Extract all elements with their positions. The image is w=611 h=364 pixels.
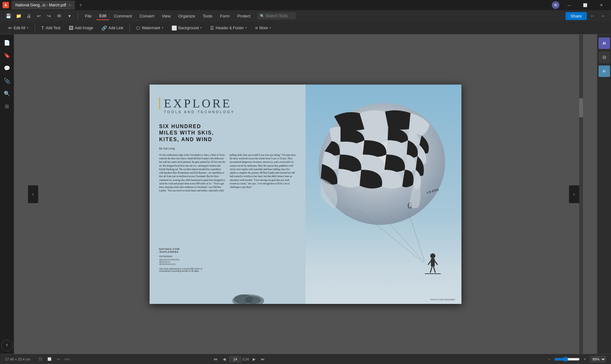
menu-organize[interactable]: Organize	[175, 12, 198, 20]
undo-icon[interactable]: ↩	[34, 11, 43, 20]
edit-toolbar: ✏ Edit All ▾ T Add Text 🖼 Add Image 🔗 Ad…	[0, 22, 611, 34]
watermark-button[interactable]: ⬡ Watermark ▾	[133, 24, 166, 32]
page-left-content: EXPLORE TOOLS AND TECHNOLOGY SIX HUNDRED…	[150, 85, 306, 304]
open-icon[interactable]: 📁	[14, 11, 23, 20]
right-sidebar: AI ⚙ AI	[597, 34, 611, 354]
forward-icon[interactable]: →	[598, 11, 607, 20]
menu-home[interactable]: File	[82, 12, 95, 20]
page-dimensions: 17.46 × 25.4 cm	[5, 357, 30, 361]
background-label: Background	[179, 26, 199, 30]
svg-rect-9	[431, 258, 435, 266]
bottom-bar: 17.46 × 25.4 cm ⬛ ⬜ ▭ ▭▭ ⏮ ◀ 14 /134 ▶ ⏭…	[0, 354, 611, 364]
edit-all-label: Edit All	[14, 26, 25, 30]
article-body-container: On the southeastern edge of the Greenlan…	[159, 153, 296, 193]
add-image-button[interactable]: 🖼 Add Image	[66, 24, 96, 32]
instagram-label: INSTAGRAM	[159, 255, 213, 258]
menu-view[interactable]: View	[158, 12, 174, 20]
sidebar-comments-icon[interactable]: 💬	[1, 62, 13, 74]
menu-form[interactable]: Form	[217, 12, 233, 20]
doc-scrollbar[interactable]	[579, 34, 583, 354]
properties-panel-button[interactable]: ⚙	[599, 52, 610, 63]
tab-bar: National Geog...ic - March.pdf ✕ +	[11, 1, 549, 10]
zoom-select[interactable]: 89% 100% 75% 50% 125% 150%	[590, 356, 606, 362]
tab-close-button[interactable]: ✕	[68, 3, 71, 7]
new-tab-button[interactable]: +	[76, 1, 85, 10]
sidebar-pages-icon[interactable]: 📄	[1, 37, 13, 48]
sidebar-layers-icon[interactable]: ⊞	[1, 100, 13, 112]
sidebar-search-icon[interactable]: 🔍	[1, 88, 13, 99]
sidebar-attachments-icon[interactable]: 📎	[1, 75, 13, 86]
more-label: More	[259, 26, 268, 30]
ai-assistant-button[interactable]: AI	[599, 38, 610, 49]
more-button[interactable]: ≡ More ▾	[252, 24, 274, 32]
save-icon[interactable]: 💾	[4, 11, 13, 20]
last-page-button[interactable]: ⏭	[259, 355, 267, 363]
sidebar-help-icon[interactable]: ?	[1, 340, 13, 351]
email-icon[interactable]: ✉	[55, 11, 64, 20]
tools-search-box[interactable]: 🔍 Search Tools	[257, 12, 296, 19]
search-placeholder: Search Tools	[266, 14, 288, 18]
svg-line-13	[433, 266, 435, 273]
header-footer-button[interactable]: ☰ Header & Footer ▾	[207, 24, 250, 32]
add-link-label: Add Link	[109, 26, 123, 30]
zoom-slider[interactable]	[554, 357, 580, 362]
dropdown-icon[interactable]: ▾	[65, 11, 74, 20]
doc-scroll-thumb[interactable]	[579, 98, 583, 117]
fit-width-button[interactable]: ⬜	[46, 355, 53, 363]
article-body: On the southeastern edge of the Greenlan…	[159, 153, 296, 193]
menu-bar: 💾 📁 🖨 ↩ ↪ ✉ ▾ File Edit Comment Convert …	[0, 10, 611, 22]
edit-icon: ✏	[8, 25, 12, 31]
menu-edit[interactable]: Edit	[96, 12, 109, 20]
fit-page-button[interactable]: ⬛	[37, 355, 44, 363]
print-icon[interactable]: 🖨	[24, 11, 33, 20]
svg-line-6	[382, 215, 424, 262]
skier-figure	[423, 252, 442, 278]
page-number-input[interactable]: 14	[229, 356, 241, 362]
title-bar: A National Geog...ic - March.pdf ✕ + W —…	[0, 0, 611, 10]
minimize-button[interactable]: —	[562, 0, 577, 10]
redo-icon[interactable]: ↪	[45, 11, 53, 20]
close-button[interactable]: ✕	[594, 0, 608, 10]
add-image-label: Add Image	[75, 26, 93, 30]
active-tab[interactable]: National Geog...ic - March.pdf ✕	[11, 1, 75, 10]
restore-button[interactable]: ⬜	[578, 0, 593, 10]
zoom-in-button[interactable]: +	[581, 355, 589, 363]
edit-all-button[interactable]: ✏ Edit All ▾	[5, 24, 32, 32]
header-footer-label: Header & Footer	[216, 26, 244, 30]
main-layout: 📄 🔖 💬 📎 🔍 ⊞ ? ‹ EXPLORE TOOLS AND TECHNO…	[0, 34, 611, 354]
kite-image: 6	[309, 91, 452, 275]
image-icon: 🖼	[69, 25, 73, 31]
single-page-button[interactable]: ▭	[54, 355, 62, 363]
menu-convert[interactable]: Convert	[137, 12, 158, 20]
header-footer-arrow: ▾	[245, 26, 247, 29]
sidebar-bookmarks-icon[interactable]: 🔖	[1, 50, 13, 61]
natgeo-url: NATGEO.COM/EXPLORERS	[159, 248, 213, 253]
expedition-caption: The three adventurers crossed 600 miles …	[159, 268, 213, 272]
menu-tools[interactable]: Tools	[200, 12, 215, 20]
document-area: ‹ EXPLORE TOOLS AND TECHNOLOGY SIX HUNDR…	[14, 34, 597, 354]
add-link-button[interactable]: 🔗 Add Link	[98, 24, 127, 32]
two-page-button[interactable]: ▭▭	[63, 355, 71, 363]
svg-point-2	[245, 296, 261, 304]
next-page-arrow[interactable]: ›	[569, 185, 579, 203]
zoom-out-button[interactable]: −	[545, 355, 553, 363]
app-icon-letter: A	[4, 3, 7, 7]
prev-page-button[interactable]: ◀	[221, 355, 228, 363]
add-text-label: Add Text	[46, 26, 60, 30]
share-button[interactable]: Share	[565, 12, 587, 20]
prev-page-arrow[interactable]: ‹	[28, 185, 38, 203]
svg-point-8	[430, 253, 435, 258]
menu-comment[interactable]: Comment	[111, 12, 135, 20]
background-button[interactable]: ⬜ Background ▾	[168, 24, 205, 32]
watermark-label: Watermark	[142, 26, 160, 30]
more-icon: ≡	[255, 25, 257, 31]
back-icon[interactable]: ←	[588, 11, 597, 20]
next-page-button[interactable]: ▶	[250, 355, 258, 363]
sidebar-info: NATGEO.COM/EXPLORERS INSTAGRAM @sarahmen…	[159, 248, 213, 272]
ai-read-button[interactable]: AI	[599, 65, 610, 77]
first-page-button[interactable]: ⏮	[212, 355, 219, 363]
menu-protect[interactable]: Protect	[234, 12, 254, 20]
edit-all-arrow: ▾	[27, 26, 28, 29]
add-text-button[interactable]: T Add Text	[38, 24, 64, 32]
left-sidebar: 📄 🔖 💬 📎 🔍 ⊞ ?	[0, 34, 14, 354]
